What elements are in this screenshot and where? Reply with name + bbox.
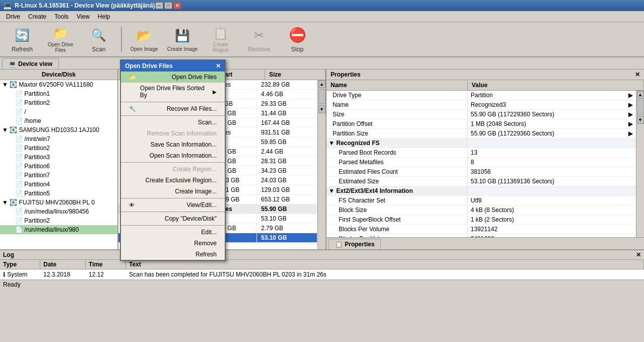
menu-help[interactable]: Help <box>94 12 114 21</box>
drive-item-partition2c[interactable]: 📄 Partition2 <box>0 216 117 225</box>
drive-item-slash[interactable]: 📄 / <box>0 107 117 116</box>
minimize-button[interactable]: ─ <box>155 2 163 9</box>
prop-row: Parsed Metafiles8 <box>327 158 636 167</box>
log-close-button[interactable]: ✕ <box>636 251 641 258</box>
drive-item-partition2b[interactable]: 📄 Partition2 <box>0 144 117 153</box>
main-content: Device/Disk ▼ 💽 Maxtor 6V250F0 VA111680 … <box>0 70 644 249</box>
scan-button[interactable]: 🔍 Scan <box>81 24 117 55</box>
properties-close-button[interactable]: ✕ <box>635 71 640 78</box>
toolbar: 🔄 Refresh 📁 Open Drive Files 🔍 Scan 📂 Op… <box>0 22 644 57</box>
context-menu-item-recover-all[interactable]: 🔧Recover All Files... <box>121 103 225 114</box>
context-menu-item-edit[interactable]: Edit... <box>121 227 225 238</box>
properties-tab-bar: 📋 Properties <box>327 237 644 249</box>
context-menu-close[interactable]: ✕ <box>216 62 221 70</box>
log-table-header: Type Date Time Text <box>0 260 644 269</box>
drive-item-partition3[interactable]: 📄 Partition3 <box>0 153 117 162</box>
menu-bar: Drive Create Tools View Help <box>0 11 644 22</box>
log-date: 12.3.2018 <box>40 270 86 279</box>
drive-item-fujitsu[interactable]: ▼ 💽 FUJITSU MHV2060BH PL 0 <box>0 198 117 207</box>
prop-row: Size55.90 GB (117229360 Sectors) ▶ <box>327 110 636 119</box>
context-menu-separator <box>121 102 225 102</box>
partition-col-size: Size <box>265 70 326 80</box>
context-menu-item-scan[interactable]: Scan... <box>121 117 225 128</box>
menu-create[interactable]: Create <box>24 12 50 21</box>
drives-tree[interactable]: ▼ 💽 Maxtor 6V250F0 VA111680 📄 Partition1… <box>0 80 117 249</box>
prop-row: Estimated Files Count381056 <box>327 167 636 177</box>
prop-row: Block Size4 kB (8 Sectors) <box>327 206 636 215</box>
partition-scrollbar[interactable]: ▲ ▼ <box>317 80 326 249</box>
maximize-button[interactable]: □ <box>164 2 172 9</box>
prop-row: Parsed Boot Records13 <box>327 148 636 158</box>
context-menu-separator <box>121 198 225 198</box>
log-type-icon: ℹ <box>3 271 6 278</box>
drive-item-home[interactable]: 📄 /home <box>0 116 117 125</box>
close-button[interactable]: ✕ <box>173 2 181 9</box>
open-drive-files-button[interactable]: 📁 Open Drive Files <box>42 24 79 55</box>
context-menu-item-refresh[interactable]: Refresh <box>121 249 225 260</box>
device-view-icon: 💻 <box>9 60 16 67</box>
properties-table[interactable]: Drive TypePartition ▶NameRecognized3 ▶Si… <box>327 91 636 237</box>
drive-item-partition6[interactable]: 📄 Partition6 <box>0 162 117 171</box>
open-image-icon: 📂 <box>135 27 153 45</box>
prop-row: Partition Size55.90 GB (117229360 Sector… <box>327 129 636 139</box>
drive-item-maxtor[interactable]: ▼ 💽 Maxtor 6V250F0 VA111680 <box>0 80 117 89</box>
drive-item-partition5[interactable]: 📄 Partition5 <box>0 189 117 198</box>
remove-button[interactable]: ✂ Remove <box>241 24 277 55</box>
prop-row: FS Character SetUtf8 <box>327 196 636 206</box>
stop-button[interactable]: ⛔ Stop <box>279 24 315 55</box>
refresh-button[interactable]: 🔄 Refresh <box>4 24 40 55</box>
drive-item-partition2[interactable]: 📄 Partition2 <box>0 98 117 107</box>
scan-icon: 🔍 <box>90 26 108 44</box>
refresh-icon: 🔄 <box>13 26 31 44</box>
properties-header: Properties ✕ <box>327 70 644 80</box>
context-menu-item-open-scan[interactable]: Open Scan Information... <box>121 150 225 161</box>
context-menu-item-create-image[interactable]: Create Image... <box>121 186 225 197</box>
prop-row: Drive TypePartition ▶ <box>327 91 636 100</box>
context-menu-item-save-scan[interactable]: Save Scan Information... <box>121 139 225 150</box>
device-view-tab[interactable]: 💻 Device view <box>2 58 59 69</box>
prop-name-header: Name <box>327 80 468 90</box>
properties-tab[interactable]: 📋 Properties <box>329 239 381 249</box>
remove-icon: ✂ <box>250 26 268 44</box>
status-text: Ready <box>3 281 21 288</box>
title-bar: 💻 R-Linux 5.4.165361 - Device View (pääk… <box>0 0 644 11</box>
context-menu-item-open-drive-files-sorted[interactable]: Open Drive Files Sorted By▶ <box>121 83 225 101</box>
menu-drive[interactable]: Drive <box>2 12 24 21</box>
context-menu-item-open-drive-files[interactable]: 📁Open Drive Files <box>121 72 225 83</box>
create-image-button[interactable]: 💾 Create Image <box>164 24 201 55</box>
properties-icon: 📋 <box>335 241 343 248</box>
title-bar-title: R-Linux 5.4.165361 - Device View (pääkäy… <box>15 2 155 9</box>
context-menu-item-remove[interactable]: Remove <box>121 238 225 249</box>
properties-scrollbar[interactable]: ▲ ▼ <box>636 91 644 237</box>
log-time: 12.12 <box>86 270 126 279</box>
tab-bar: 💻 Device view <box>0 57 644 70</box>
context-menu-item-copy-device[interactable]: Copy "Device/Disk" <box>121 213 225 224</box>
menu-view[interactable]: View <box>73 12 94 21</box>
create-region-button[interactable]: 📋 Create Region <box>203 24 239 55</box>
menu-tools[interactable]: Tools <box>50 12 73 21</box>
prop-row: First SuperBlock Offset1 kB (2 Sectors) <box>327 215 636 225</box>
open-image-button[interactable]: 📂 Open Image <box>126 24 162 55</box>
drive-item-partition4[interactable]: 📄 Partition4 <box>0 180 117 189</box>
drive-item-partition1[interactable]: 📄 Partition1 <box>0 89 117 98</box>
prop-row: NameRecognized3 ▶ <box>327 100 636 110</box>
drive-item-samsung[interactable]: ▼ 💽 SAMSUNG HD103SJ 1AJ100 <box>0 125 117 134</box>
status-bar: Ready <box>0 280 644 289</box>
log-panel: Log ✕ Type Date Time Text ℹ System 12.3.… <box>0 249 644 280</box>
context-menu-title: Open Drive Files ✕ <box>121 60 225 72</box>
context-menu-separator <box>121 212 225 212</box>
context-menu-separator <box>121 225 225 226</box>
context-menu-items: 📁Open Drive FilesOpen Drive Files Sorted… <box>121 72 225 260</box>
context-menu-item-create-exclusive[interactable]: Create Exclusive Region... <box>121 175 225 186</box>
context-menu-item-create-region: Create Region... <box>121 164 225 175</box>
title-bar-icon: 💻 <box>3 2 12 10</box>
prop-row: Estimated Size53.10 GB (111369136 Sector… <box>327 177 636 186</box>
prop-value-header: Value <box>468 80 644 90</box>
drive-item-run-media-linux-9804[interactable]: 📄 /run/media/linux/980456 <box>0 207 117 216</box>
drive-item-run-media-linux-980[interactable]: 📄 /run/media/linux/980 <box>0 225 117 234</box>
drive-item-mnt-win7[interactable]: 📄 /mnt/win7 <box>0 134 117 144</box>
prop-row: ▼ Ext2/Ext3/Ext4 Information <box>327 186 636 196</box>
context-menu-item-view-edit[interactable]: 👁View/Edit... <box>121 199 225 211</box>
drive-item-partition7[interactable]: 📄 Partition7 <box>0 171 117 180</box>
create-image-icon: 💾 <box>173 27 191 45</box>
